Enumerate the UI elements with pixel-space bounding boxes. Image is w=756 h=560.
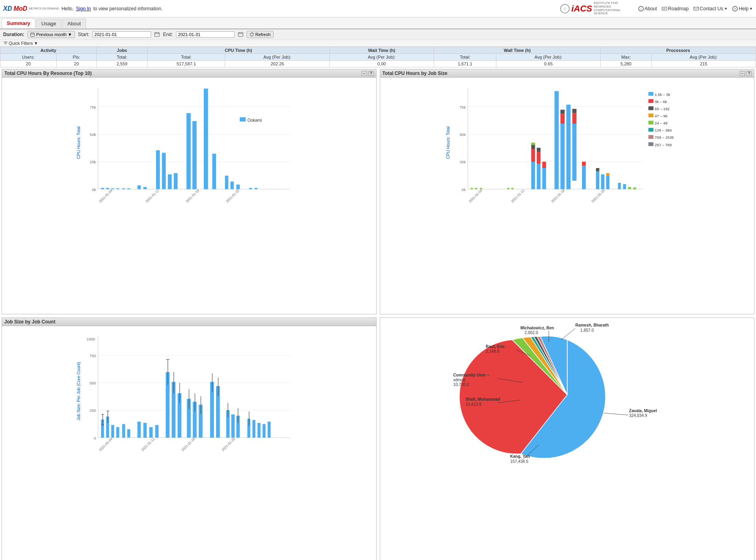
right-column: Total CPU Hours by Job Size − ? CPU Hour… — [378, 67, 756, 560]
svg-rect-157 — [596, 168, 599, 172]
toolbar: Duration: Previous month ▼ Start: End: R… — [0, 29, 756, 40]
contact-icon — [693, 6, 699, 11]
svg-text:2,148.8: 2,148.8 — [486, 349, 500, 354]
svg-rect-18 — [238, 32, 243, 36]
nav-help-link[interactable]: ? Help ▼ — [732, 6, 753, 11]
svg-rect-84 — [127, 429, 130, 438]
svg-rect-87 — [149, 427, 153, 438]
svg-rect-171 — [648, 99, 653, 103]
svg-rect-181 — [648, 135, 653, 139]
col-cpu-time: CPU Time (h) — [147, 47, 329, 54]
svg-text:50k: 50k — [90, 132, 96, 137]
svg-text:2021-01-18: 2021-01-18 — [181, 437, 196, 452]
svg-rect-183 — [648, 142, 653, 146]
pie-chart: Zavala, Miguel 324,034.9 Kang, Yan 157,4… — [382, 319, 753, 470]
svg-line-185 — [604, 413, 628, 415]
panel-help-btn-right[interactable]: ? — [746, 71, 752, 76]
svg-text:i: i — [565, 6, 565, 11]
svg-rect-149 — [560, 110, 565, 114]
svg-text:324,034.9: 324,034.9 — [629, 413, 647, 418]
nav-contact-link[interactable]: Contact Us ▼ — [693, 6, 727, 11]
svg-rect-78 — [106, 417, 109, 438]
svg-text:2,002.0: 2,002.0 — [524, 331, 538, 335]
start-date-input[interactable] — [92, 31, 151, 38]
col-activity: Activity — [0, 47, 97, 54]
svg-text:2021-01-11: 2021-01-11 — [140, 437, 155, 452]
roadmap-icon — [662, 6, 667, 11]
svg-rect-100 — [199, 405, 203, 438]
svg-rect-162 — [623, 184, 626, 189]
panel-help-btn[interactable]: ? — [368, 71, 374, 76]
svg-text:2021-01-04: 2021-01-04 — [468, 188, 483, 203]
svg-text:24 – 48: 24 – 48 — [655, 121, 667, 125]
panel-collapse-btn-right[interactable]: − — [740, 71, 745, 76]
svg-rect-45 — [168, 174, 172, 189]
svg-rect-179 — [648, 128, 653, 132]
main-content: Total CPU Hours By Resource (Top 10) − ?… — [0, 67, 756, 560]
end-date-input[interactable] — [176, 31, 235, 38]
sub-proc-avg: Avg (Per Job): — [651, 54, 756, 61]
svg-rect-114 — [258, 423, 260, 438]
svg-rect-148 — [560, 114, 565, 124]
svg-text:129 – 384: 129 – 384 — [655, 128, 672, 132]
quick-filters-button[interactable]: Quick Filters ▼ — [3, 41, 38, 46]
job-size-title: Job Size by Job Count — [4, 319, 56, 325]
logo: XDMoD METRICS ON DEMAND — [3, 5, 59, 12]
period-select-button[interactable]: Previous month ▼ — [27, 31, 75, 38]
tab-summary[interactable]: Summary — [2, 18, 35, 29]
col-wait-time: Wait Time (h) — [329, 47, 434, 54]
start-calendar-icon[interactable] — [154, 32, 160, 37]
svg-rect-60 — [240, 117, 246, 122]
svg-rect-175 — [648, 114, 653, 118]
svg-rect-38 — [116, 188, 119, 189]
info-icon: i — [638, 6, 644, 11]
svg-rect-49 — [204, 89, 208, 189]
nav-help-label: Help — [739, 6, 748, 11]
tab-about[interactable]: About — [62, 19, 86, 28]
svg-rect-144 — [542, 168, 546, 189]
svg-rect-169 — [648, 92, 653, 96]
svg-text:3k – 6k: 3k – 6k — [655, 99, 667, 104]
svg-text:Shafi, Muhammad: Shafi, Muhammad — [465, 397, 500, 401]
sub-proc-max: Max: — [601, 54, 651, 61]
svg-rect-152 — [572, 113, 576, 124]
refresh-button[interactable]: Refresh — [247, 31, 274, 38]
tab-usage[interactable]: Usage — [36, 19, 61, 28]
end-calendar-icon[interactable] — [238, 32, 243, 37]
val-wall-avg: 0.65 — [496, 61, 601, 67]
svg-rect-138 — [531, 149, 535, 162]
svg-rect-141 — [536, 164, 540, 189]
svg-text:2021-01-04: 2021-01-04 — [98, 188, 113, 203]
job-size-chart: Job Size: Per Job (Core Count) 0 250 500… — [4, 328, 375, 455]
svg-rect-43 — [156, 150, 160, 189]
period-label: Previous month — [36, 32, 66, 37]
nav-roadmap-link[interactable]: Roadmap — [662, 6, 689, 11]
svg-rect-155 — [582, 162, 586, 166]
panel-collapse-btn[interactable]: − — [362, 71, 367, 76]
svg-text:Michalowicz, Ben: Michalowicz, Ben — [520, 325, 554, 330]
svg-text:1,857.0: 1,857.0 — [580, 328, 594, 332]
svg-text:2021-01-11: 2021-01-11 — [510, 188, 525, 203]
cpu-hours-resource-title: Total CPU Hours By Resource (Top 10) — [4, 71, 92, 76]
svg-rect-133 — [475, 188, 477, 189]
svg-text:Kang, Yan: Kang, Yan — [510, 454, 529, 459]
brand-name: iACS — [571, 4, 592, 14]
svg-rect-160 — [606, 173, 609, 176]
nav-about-link[interactable]: i About — [638, 6, 657, 11]
svg-text:157,434.5: 157,434.5 — [510, 459, 528, 463]
cpu-hours-resource-header: Total CPU Hours By Resource (Top 10) − ? — [2, 69, 376, 78]
svg-rect-108 — [231, 414, 235, 438]
val-users: 20 — [0, 61, 57, 67]
svg-text:769 – 1536: 769 – 1536 — [655, 136, 674, 140]
sign-in-link[interactable]: Sign In — [76, 6, 91, 11]
svg-text:Ookami: Ookami — [247, 118, 262, 122]
svg-rect-82 — [116, 427, 119, 438]
help-dropdown-arrow: ▼ — [749, 7, 753, 11]
svg-text:2021-01-11: 2021-01-11 — [145, 188, 160, 203]
svg-rect-36 — [106, 188, 109, 189]
svg-text:Community User –: Community User – — [453, 373, 489, 377]
svg-text:65 – 192: 65 – 192 — [655, 107, 669, 111]
nav-about-label: About — [645, 6, 657, 11]
header-right: i iACS INSTITUTE FOR ADVANCED COMPUTATIO… — [560, 2, 753, 15]
sub-users: Users: — [0, 54, 57, 61]
